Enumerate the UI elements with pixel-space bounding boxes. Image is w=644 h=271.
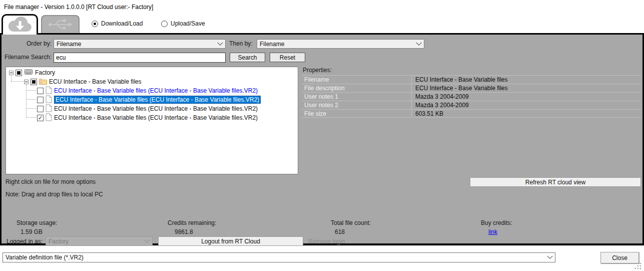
checkbox-unchecked[interactable] [37,88,44,94]
chevron-down-icon [547,253,552,259]
tree-connector [26,99,36,100]
tree-file-row[interactable]: ECU Interface - Base Variable files (ECU… [37,104,258,113]
drive-icon [24,69,33,77]
file-manager-window: File manager - Version 1.0.0.0 [RT Cloud… [0,0,644,271]
tree-file-row[interactable]: ECU Interface - Base Variable files (ECU… [37,86,258,95]
collapse-icon[interactable] [9,71,14,75]
close-button[interactable]: Close [600,252,639,263]
check-icon: ✓ [38,115,43,121]
logged-in-as-label: Logged in as: [7,238,43,245]
file-icon [46,104,52,114]
right-click-hint: Right click on file for more options [6,178,96,185]
property-row: Filename ECU Interface - Base Variable f… [302,75,641,84]
credits-remaining-value: 9861.8 [175,228,193,235]
radio-upload-save[interactable]: Upload/Save [161,20,205,27]
tree-file-row[interactable]: ECU Interface - Base Variable files (ECU… [37,95,261,104]
tree-folder-label[interactable]: ECU Interface - Base Variable files [49,78,142,85]
tree-connector [26,117,36,118]
tree-connector [26,90,36,91]
then-by-select[interactable]: Filename [257,39,424,49]
then-by-label: Then by: [229,40,253,47]
cloud-download-icon [7,17,33,34]
drag-drop-note: Note: Drag and drop files to local PC [6,191,103,198]
credits-remaining-label: Credits remaining: [168,219,216,226]
property-value: Mazda 3 2004-2009 [412,93,469,100]
order-by-select[interactable]: Filename [54,39,226,49]
property-row: User notes 1 Mazda 3 2004-2009 [302,92,641,101]
collapse-icon[interactable] [24,80,29,84]
remove-login-link[interactable]: Remove login [308,238,345,245]
buy-credits-link[interactable]: link [488,228,497,235]
tree-connector [26,85,27,118]
radio-download-label: Download/Load [101,20,143,27]
property-label: Filename [302,76,412,84]
tab-usb-disabled[interactable] [41,15,80,33]
tree-file-label[interactable]: ECU Interface - Base Variable files (ECU… [54,87,258,94]
order-by-value: Filename [57,41,81,48]
usb-icon [48,18,74,32]
radio-download-load[interactable]: Download/Load [92,20,143,27]
file-icon [46,86,52,96]
chevron-down-icon [416,40,421,45]
checkbox-unchecked[interactable] [37,97,44,103]
window-title: File manager - Version 1.0.0.0 [RT Cloud… [4,4,153,11]
property-label: File description [302,84,412,92]
then-by-value: Filename [260,41,284,48]
reset-button[interactable]: Reset [270,53,305,62]
tree-folder-row[interactable]: ECU Interface - Base Variable files [24,77,142,86]
tab-cloud-download[interactable] [2,14,38,35]
tree-root-label[interactable]: Factory [35,69,55,76]
property-label: User notes 2 [302,101,412,109]
tree-file-row[interactable]: ✓ ECU Interface - Base Variable files (E… [37,113,258,122]
order-by-label: Order by: [2,40,52,47]
file-type-value: Variable definition file (*.VR2) [6,254,84,261]
checkbox-indeterminate[interactable] [16,70,22,76]
property-value: Mazda 3 2004-2009 [412,102,469,109]
search-button[interactable]: Search [230,53,265,62]
tree-file-label-selected[interactable]: ECU Interface - Base Variable files (ECU… [54,96,261,104]
radio-unselected-icon[interactable] [161,21,168,27]
property-value: ECU Interface - Base Variable files [412,85,508,92]
property-label: File size [302,110,412,117]
storage-usage-label: Storage usage: [17,219,57,226]
file-type-select[interactable]: Variable definition file (*.VR2) [3,252,555,262]
property-row: User notes 2 Mazda 3 2004-2009 [302,101,641,109]
property-row: File size 603.51 KB [302,109,641,118]
total-file-count-value: 618 [335,228,345,235]
filename-search-input[interactable] [54,53,226,63]
file-icon [46,95,52,105]
checkbox-indeterminate[interactable] [31,79,37,85]
property-value: 603.51 KB [412,110,443,117]
file-icon [46,113,52,123]
refresh-cloud-button[interactable]: Refresh RT cloud view [470,177,641,187]
file-tree[interactable]: Factory ECU Interface - Base Variable fi… [6,67,298,174]
radio-upload-label: Upload/Save [171,20,205,27]
main-panel: Order by: Filename Then by: Filename Fil… [0,33,644,245]
total-file-count-label: Total file count: [331,219,371,226]
logout-button[interactable]: Logout from RT Cloud [158,236,303,246]
properties-table: Filename ECU Interface - Base Variable f… [302,75,641,118]
logged-in-value: Factory [49,238,69,245]
radio-selected-icon[interactable] [92,21,98,27]
buy-credits-label: Buy credits: [481,219,512,226]
tree-connector [11,81,23,82]
checkbox-unchecked[interactable] [37,106,44,112]
storage-usage-value: 1.59 GB [21,228,43,235]
checkbox-checked[interactable]: ✓ [37,115,44,121]
logged-in-select-disabled: Factory [46,236,153,246]
property-row: File description ECU Interface - Base Va… [302,84,641,92]
tree-root-row[interactable]: Factory [9,68,55,77]
property-value: ECU Interface - Base Variable files [412,76,508,83]
chevron-down-icon [217,40,223,45]
tree-file-label[interactable]: ECU Interface - Base Variable files (ECU… [54,114,258,121]
folder-icon [39,78,47,86]
resize-grip[interactable] [635,263,642,270]
filename-search-label: Filename Search: [2,54,52,61]
properties-title: Properties: [303,67,332,74]
property-label: User notes 1 [302,93,412,101]
tree-connector [26,108,36,109]
tree-file-label[interactable]: ECU Interface - Base Variable files (ECU… [54,105,258,112]
chevron-down-icon [144,237,150,242]
